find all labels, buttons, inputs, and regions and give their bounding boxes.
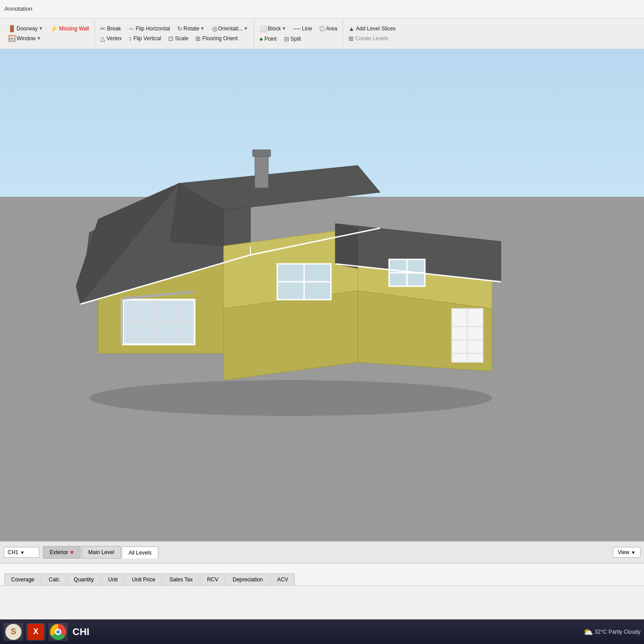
tab-depreciation[interactable]: Depreciation — [226, 573, 269, 585]
toolbar-row-1: 🚪 Doorway ▼ ⚡ Missing Wall — [5, 24, 92, 33]
split-label: Split — [291, 36, 301, 42]
toolbar-levels-row-1: ▲ Add Level Slices — [346, 24, 398, 33]
tab-unit-price[interactable]: Unit Price — [125, 573, 162, 585]
line-button[interactable]: — Line — [291, 24, 315, 34]
orientation-icon: ◎ — [212, 25, 217, 32]
spreadsheet-tabs-bar: Coverage Calc Quantity Unit Unit Price S… — [0, 564, 644, 586]
tab-quantity[interactable]: Quantity — [67, 573, 101, 585]
orientation-dropdown-arrow: ▼ — [244, 26, 248, 31]
view-label: View — [618, 549, 629, 555]
rotate-button[interactable]: ↻ Rotate ▼ — [174, 24, 207, 33]
rotate-label: Rotate — [183, 25, 199, 32]
doorway-label: Doorway — [17, 25, 38, 32]
toolbar-edit-section: ✂ Break ↔ Flip Horizontal ↻ Rotate ▼ ◎ O… — [95, 20, 254, 47]
project-id-label: CH1 — [8, 549, 18, 555]
flip-h-icon: ↔ — [128, 25, 135, 32]
doorway-dropdown-arrow: ▼ — [38, 26, 43, 31]
svg-marker-20 — [121, 297, 123, 344]
taskbar-app-chrome[interactable] — [48, 623, 68, 641]
flip-vertical-button[interactable]: ↕ Flip Vertical — [126, 34, 164, 43]
block-button[interactable]: ⬜ Block ▼ — [257, 24, 289, 33]
3d-viewport[interactable] — [0, 49, 644, 541]
toolbar-draw-row-2: ● Point ⊟ Split — [257, 34, 340, 43]
unit-label: Unit — [108, 576, 118, 583]
create-levels-icon: ⊞ — [348, 35, 354, 42]
toolbar-edit-row-1: ✂ Break ↔ Flip Horizontal ↻ Rotate ▼ ◎ O… — [97, 24, 251, 33]
house-3d-model — [0, 49, 644, 541]
create-levels-button[interactable]: ⊞ Create Levels — [346, 34, 391, 43]
create-levels-label: Create Levels — [355, 35, 388, 42]
weather-widget: ⛅ 32°C Partly Cloudy — [583, 627, 640, 637]
missing-wall-button[interactable]: ⚡ Missing Wall — [47, 24, 92, 33]
area-label: Area — [326, 25, 337, 32]
weather-condition: Partly Cloudy — [609, 629, 640, 635]
point-button[interactable]: ● Point — [257, 34, 280, 43]
calc-label: Calc — [49, 576, 59, 583]
missing-wall-icon: ⚡ — [50, 25, 58, 32]
taskbar-app-sketch[interactable]: S — [4, 623, 23, 641]
break-icon: ✂ — [100, 25, 106, 32]
add-level-slices-button[interactable]: ▲ Add Level Slices — [346, 24, 398, 33]
chrome-icon — [50, 624, 66, 640]
flooring-orient-button[interactable]: ⊞ Flooring Orient — [193, 34, 240, 43]
toolbar-draw-row-1: ⬜ Block ▼ — Line ⬡ Area — [257, 24, 340, 34]
tab-exterior[interactable]: Exterior ✕ — [43, 546, 80, 559]
depreciation-label: Depreciation — [233, 576, 263, 583]
tab-rcv[interactable]: RCV — [200, 573, 225, 585]
vertex-button[interactable]: △ Vertex — [97, 34, 124, 43]
orientation-button[interactable]: ◎ Orientati... ▼ — [209, 24, 251, 33]
doorway-icon: 🚪 — [8, 25, 16, 32]
tab-acv[interactable]: ACV — [271, 573, 295, 585]
flip-vertical-label: Flip Vertical — [133, 35, 161, 42]
flip-horizontal-label: Flip Horizontal — [136, 25, 170, 32]
annotation-bar: Annotation — [0, 0, 644, 18]
acv-label: ACV — [277, 576, 288, 583]
area-button[interactable]: ⬡ Area — [317, 24, 340, 33]
vertex-label: Vertex — [106, 35, 122, 42]
svg-marker-11 — [335, 224, 358, 268]
all-levels-label: All Levels — [128, 550, 151, 556]
unit-price-label: Unit Price — [132, 576, 155, 583]
view-button[interactable]: View ▼ — [613, 547, 640, 558]
exterior-close-icon[interactable]: ✕ — [70, 550, 74, 555]
project-selector-arrow: ▼ — [20, 550, 25, 555]
window-icon: 🪟 — [8, 35, 16, 42]
project-selector[interactable]: CH1 ▼ — [4, 547, 39, 558]
toolbar-levels-section: ▲ Add Level Slices ⊞ Create Levels — [343, 20, 401, 47]
tab-all-levels[interactable]: All Levels — [122, 547, 158, 559]
block-icon: ⬜ — [259, 25, 267, 32]
toolbar-draw-section: ⬜ Block ▼ — Line ⬡ Area ● Point ⊟ Split — [254, 20, 343, 47]
windows-taskbar: S X CHI ⛅ 32°C Partly Cloudy — [0, 619, 644, 644]
split-icon: ⊟ — [284, 35, 289, 42]
tab-unit[interactable]: Unit — [102, 573, 124, 585]
view-dropdown-arrow: ▼ — [631, 550, 636, 555]
taskbar-app-x[interactable]: X — [26, 623, 46, 641]
x-icon: X — [28, 624, 44, 640]
break-button[interactable]: ✂ Break — [97, 24, 123, 33]
window-button[interactable]: 🪟 Window ▼ — [5, 34, 44, 43]
tab-main-level[interactable]: Main Level — [81, 546, 121, 559]
chi-project-label: CHI — [72, 626, 89, 638]
level-tabs-bar: CH1 ▼ Exterior ✕ Main Level All Levels V… — [0, 541, 644, 564]
quantity-label: Quantity — [74, 576, 94, 583]
annotation-label: Annotation — [4, 5, 32, 12]
taskbar-right-area: ⛅ 32°C Partly Cloudy — [583, 627, 640, 637]
svg-rect-12 — [255, 152, 268, 188]
sales-tax-label: Sales Tax — [169, 576, 193, 583]
scale-button[interactable]: ⊡ Scale — [165, 34, 191, 43]
tab-calc[interactable]: Calc — [42, 573, 66, 585]
flip-horizontal-button[interactable]: ↔ Flip Horizontal — [126, 24, 173, 33]
split-button[interactable]: ⊟ Split — [281, 34, 304, 43]
doorway-button[interactable]: 🚪 Doorway ▼ — [5, 24, 46, 33]
svg-point-37 — [89, 380, 492, 416]
orientation-label: Orientati... — [218, 25, 243, 32]
window-label: Window — [17, 35, 36, 42]
sketch-icon: S — [5, 624, 21, 640]
toolbar-edit-row-2: △ Vertex ↕ Flip Vertical ⊡ Scale ⊞ Floor… — [97, 34, 251, 43]
tab-sales-tax[interactable]: Sales Tax — [163, 573, 199, 585]
exterior-label: Exterior — [50, 549, 68, 555]
tab-coverage[interactable]: Coverage — [4, 573, 41, 585]
area-icon: ⬡ — [319, 25, 325, 32]
window-dropdown-arrow: ▼ — [37, 36, 41, 41]
break-label: Break — [107, 25, 121, 32]
